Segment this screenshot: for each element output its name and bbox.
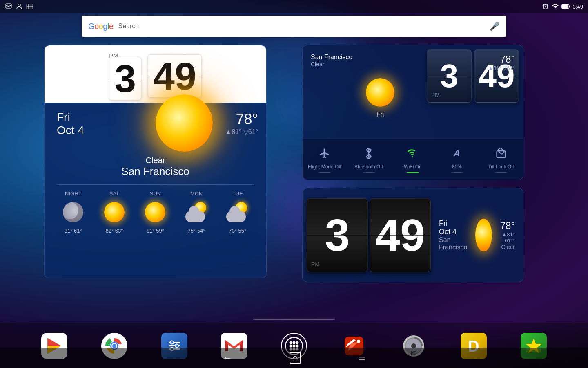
date-info-left: Fri Oct 4: [57, 111, 84, 137]
flight-mode-bar: [318, 172, 331, 173]
forecast-night: NIGHT 81° 61°: [53, 191, 94, 234]
hour-card-dark: PM 3: [427, 49, 472, 103]
wifi-toggle-label: WiFi On: [404, 164, 421, 170]
hour-card-left: 3: [109, 57, 141, 101]
svg-point-27: [292, 344, 295, 347]
wifi-toggle-icon: [405, 145, 421, 162]
day-label-left: Fri: [57, 111, 84, 124]
period-dark: PM: [431, 92, 440, 98]
forecast-mon: MON 75° 54°: [176, 191, 217, 234]
rt-weather-info: San Francisco Clear: [311, 54, 352, 67]
status-time: 3:49: [573, 4, 583, 10]
toggle-row[interactable]: Flight Mode Off Bluetooth Off: [303, 139, 523, 180]
rb-temp: 78° ▲81° 61°° Clear: [500, 220, 515, 250]
tilt-label: Tilt Lock Off: [488, 164, 514, 170]
toggle-wifi[interactable]: WiFi On: [391, 145, 435, 173]
widget-weather-left: PM 3 49 Fri Oct 4 78° ▲81° ▽61°: [44, 45, 267, 278]
svg-point-4: [555, 9, 556, 9]
period-dark2: PM: [311, 261, 320, 267]
svg-point-14: [112, 344, 116, 348]
svg-point-1: [18, 4, 20, 7]
forecast-tue: TUE 70° 55°: [217, 191, 258, 234]
divider-left: [57, 184, 254, 185]
svg-rect-6: [562, 5, 568, 8]
svg-point-25: [296, 341, 298, 344]
sun-icon-rb: [475, 219, 492, 251]
search-input[interactable]: [118, 22, 490, 30]
status-bar: 3:49: [0, 0, 588, 13]
notification-icon-2: [16, 3, 23, 10]
nav-recent-button[interactable]: ▭: [358, 353, 366, 363]
search-bar[interactable]: Google 🎤: [82, 16, 506, 37]
toggle-bluetooth[interactable]: Bluetooth Off: [347, 145, 391, 173]
cloud-sun-tue: [226, 202, 249, 222]
hour-card-dark2: PM 3: [307, 198, 368, 272]
sun-icon-left: [156, 94, 213, 152]
flight-mode-label: Flight Mode Off: [308, 164, 341, 170]
flip-clock-dark-bottom: PM 3 49: [307, 198, 431, 272]
clock-area-white: PM 3 49: [45, 45, 266, 103]
city-label-left: San Francisco: [45, 165, 266, 178]
rb-day: Fri: [439, 219, 467, 228]
moon-icon-night: [63, 202, 83, 222]
brightness-label: 80%: [452, 164, 462, 170]
sun-icon-rt: [366, 78, 394, 107]
rb-date: Oct 4: [439, 228, 467, 236]
scroll-indicator: [253, 319, 335, 320]
alarm-icon: [542, 3, 549, 10]
cloud-sun-mon: [185, 202, 208, 222]
nav-home-button[interactable]: ⌂: [290, 352, 301, 364]
temp-info-left: 78° ▲81° ▽61°: [225, 111, 258, 136]
date-label-left: Oct 4: [57, 124, 84, 137]
svg-point-23: [289, 341, 292, 344]
svg-rect-7: [569, 6, 570, 7]
wifi-icon: [552, 3, 559, 10]
toggle-flight-mode[interactable]: Flight Mode Off: [303, 145, 347, 173]
widget-right-top: PM 3 49 San Francisco Clear Fri 78° ▲81°…: [302, 45, 523, 180]
bluetooth-bar: [363, 172, 375, 173]
sun-icon-sun: [145, 202, 165, 222]
brightness-icon: A: [449, 145, 465, 162]
min-card-dark2: 49: [370, 198, 431, 272]
google-logo: Google: [88, 22, 114, 31]
notification-icon-3: [26, 3, 33, 10]
svg-point-8: [412, 156, 413, 157]
rt-day-label: Fri: [376, 111, 384, 118]
toggle-tilt[interactable]: Tilt Lock Off: [479, 145, 523, 173]
rb-city: San Francisco: [439, 236, 467, 251]
condition-label-left: Clear: [45, 156, 266, 165]
nav-bar: ← ⌂ ▭: [0, 348, 588, 368]
rt-city: San Francisco: [311, 54, 352, 61]
toggle-brightness[interactable]: A 80%: [435, 145, 479, 173]
rb-info: Fri Oct 4 San Francisco: [439, 219, 467, 251]
svg-point-18: [170, 341, 174, 344]
battery-icon: [561, 4, 570, 9]
tilt-icon: [493, 145, 509, 162]
bluetooth-icon: [361, 145, 377, 162]
nav-back-button[interactable]: ←: [223, 352, 232, 364]
rt-temp: 78° ▲81° ▽61°: [488, 54, 515, 71]
flight-mode-icon: [316, 145, 333, 162]
svg-point-24: [292, 341, 295, 344]
svg-point-26: [289, 344, 292, 347]
svg-point-19: [175, 344, 178, 347]
notification-icon-1: [5, 3, 12, 10]
min-card-left: 49: [148, 54, 202, 98]
temp-main-left: 78°: [225, 111, 258, 128]
svg-rect-0: [6, 4, 11, 8]
sun-icon-sat: [104, 202, 125, 222]
weather-condition-left: Clear San Francisco: [45, 156, 266, 178]
mic-icon[interactable]: 🎤: [490, 21, 500, 31]
bluetooth-label: Bluetooth Off: [354, 164, 383, 170]
wifi-toggle-bar: [407, 172, 419, 173]
svg-point-33: [357, 340, 360, 343]
temp-range-left: ▲81° ▽61°: [225, 128, 258, 136]
brightness-bar: [451, 172, 463, 173]
forecast-sat: SAT 82° 63°: [94, 191, 135, 234]
widget-right-bottom: PM 3 49 Fri Oct 4 San Francisco 78° ▲81°…: [302, 188, 523, 282]
tilt-bar: [495, 172, 507, 173]
forecast-row-left: NIGHT 81° 61° SAT 82° 63° SUN 81° 59° MO…: [53, 191, 258, 234]
forecast-sun: SUN 81° 59°: [135, 191, 176, 234]
svg-point-28: [296, 344, 298, 347]
status-bar-system: 3:49: [542, 3, 583, 10]
